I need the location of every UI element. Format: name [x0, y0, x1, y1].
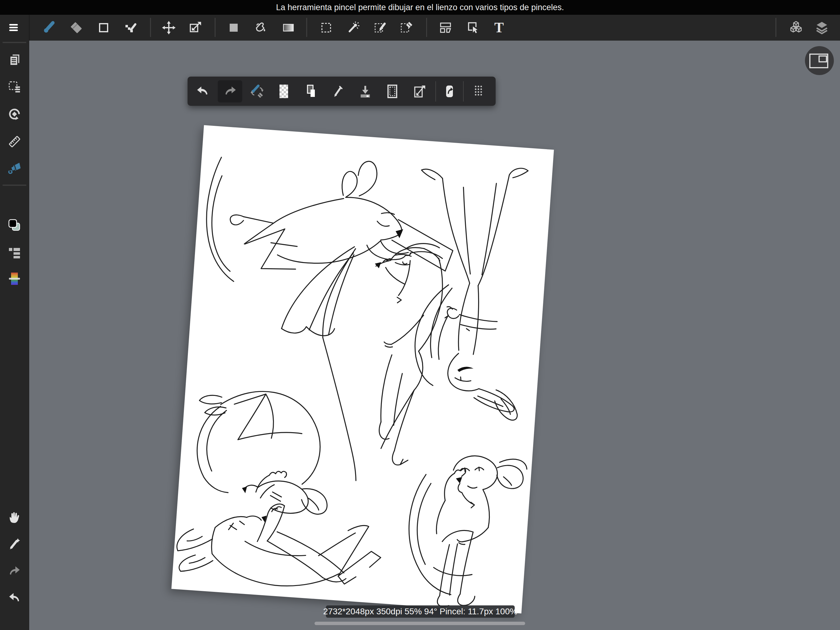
hand-tool-button[interactable] — [6, 509, 23, 526]
ruler-icon — [7, 134, 22, 149]
app-window: La herramienta pincel permite dibujar en… — [0, 0, 840, 630]
divider — [215, 18, 216, 37]
brush-eraser-toggle-button[interactable] — [243, 79, 271, 104]
panel-divide-icon — [438, 20, 453, 35]
float-transform-button[interactable] — [406, 79, 433, 104]
drawing-canvas-page[interactable] — [171, 125, 554, 613]
status-bar: 2732*2048px 350dpi 55% 94° Pincel: 11.7p… — [326, 605, 515, 618]
pop-out-button[interactable] — [439, 79, 461, 104]
move-icon — [161, 20, 176, 35]
sketch-sitting-snack — [403, 451, 527, 612]
import-down-button[interactable] — [352, 79, 379, 104]
picture-in-picture-icon — [808, 52, 830, 69]
redo-icon — [223, 84, 237, 98]
fill-square-icon — [226, 20, 241, 35]
sketch-curled — [192, 387, 335, 516]
sketch-drawing — [171, 125, 554, 613]
overlap-squares-button[interactable] — [298, 79, 325, 104]
pages-button[interactable] — [6, 51, 23, 69]
rectangle-icon — [96, 20, 111, 35]
move-tool-button[interactable] — [160, 15, 177, 41]
ruler-button[interactable] — [6, 133, 23, 150]
paint-tube-icon — [7, 161, 22, 176]
top-toolbar: T — [0, 15, 840, 41]
selection-options-icon — [7, 79, 22, 94]
eyedropper-pen-icon — [7, 537, 22, 552]
selection-frame-icon — [385, 84, 400, 99]
brush-list-button[interactable] — [6, 243, 23, 261]
sketch-prone-resting — [202, 150, 459, 296]
divider — [2, 42, 27, 43]
divider — [463, 81, 464, 101]
selection-options-button[interactable] — [6, 78, 23, 95]
left-sidebar — [0, 41, 29, 630]
materials-button[interactable] — [788, 15, 805, 41]
hand-icon — [7, 510, 22, 525]
text-tool-button[interactable]: T — [490, 15, 508, 41]
redo-button[interactable] — [6, 563, 23, 580]
rectangle-tool-button[interactable] — [95, 15, 112, 41]
transparency-checker-button[interactable] — [271, 79, 298, 104]
object-select-tool-button[interactable] — [464, 15, 481, 41]
tooltip-banner-text: La herramienta pincel permite dibujar en… — [276, 3, 564, 12]
undo-button[interactable] — [6, 590, 23, 607]
panel-divide-tool-button[interactable] — [437, 15, 454, 41]
gradient-tool-button[interactable] — [280, 15, 297, 41]
paint-bucket-tool-button[interactable] — [251, 15, 269, 41]
float-eyedropper-button[interactable] — [325, 79, 352, 104]
reset-rotation-icon — [7, 107, 22, 122]
magic-wand-tool-button[interactable] — [345, 15, 363, 41]
drag-handle[interactable] — [466, 79, 491, 104]
divider — [426, 18, 427, 37]
eraser-icon — [69, 20, 84, 35]
navigator-button[interactable] — [805, 46, 834, 75]
sketch-sitting-wing — [271, 234, 445, 486]
eraser-tool-button[interactable] — [68, 15, 85, 41]
horizontal-scrollbar[interactable] — [314, 622, 525, 625]
marquee-select-tool-button[interactable] — [317, 15, 335, 41]
transform-icon — [412, 84, 427, 99]
drag-handle-icon — [472, 84, 485, 99]
import-down-icon — [358, 84, 373, 99]
tooltip-banner: La herramienta pincel permite dibujar en… — [0, 0, 840, 15]
floating-toolbar — [188, 77, 496, 106]
select-pen-tool-button[interactable] — [371, 15, 388, 41]
gradient-icon — [281, 20, 296, 35]
reset-rotation-button[interactable] — [6, 106, 23, 123]
redo-icon — [7, 564, 22, 579]
stitch-pen-tool-button[interactable] — [122, 15, 139, 41]
selection-frame-button[interactable] — [379, 79, 406, 104]
color-swatch-icon — [7, 218, 22, 233]
layers-button[interactable] — [813, 15, 831, 41]
float-undo-button[interactable] — [189, 79, 216, 104]
pop-out-icon — [442, 84, 457, 99]
layers-icon — [814, 20, 829, 35]
float-redo-button[interactable] — [218, 80, 242, 103]
brush-icon — [43, 20, 57, 35]
select-eraser-tool-button[interactable] — [398, 15, 415, 41]
divider — [775, 18, 776, 37]
pages-icon — [7, 52, 22, 67]
paint-bucket-icon — [253, 20, 267, 35]
select-pen-icon — [373, 20, 387, 35]
menu-button[interactable] — [5, 15, 22, 41]
color-swatch-button[interactable] — [6, 217, 23, 234]
fill-square-tool-button[interactable] — [225, 15, 242, 41]
divider — [435, 81, 436, 101]
transform-icon — [188, 20, 203, 35]
brush-list-icon — [7, 245, 22, 259]
brush-tool-button[interactable] — [41, 15, 58, 41]
undo-icon — [7, 591, 22, 606]
eyedropper-pen-button[interactable] — [6, 536, 23, 553]
color-picker-button[interactable] — [6, 270, 23, 287]
magic-wand-icon — [346, 20, 361, 35]
color-picker-icon — [7, 271, 22, 286]
canvas-area[interactable] — [30, 41, 840, 630]
hamburger-icon — [6, 20, 21, 35]
text-tool-icon: T — [494, 21, 504, 35]
paint-tube-button[interactable] — [6, 160, 23, 177]
transform-tool-button[interactable] — [186, 15, 204, 41]
divider — [150, 18, 151, 37]
eyedropper-icon — [331, 84, 346, 99]
select-eraser-icon — [399, 20, 414, 35]
